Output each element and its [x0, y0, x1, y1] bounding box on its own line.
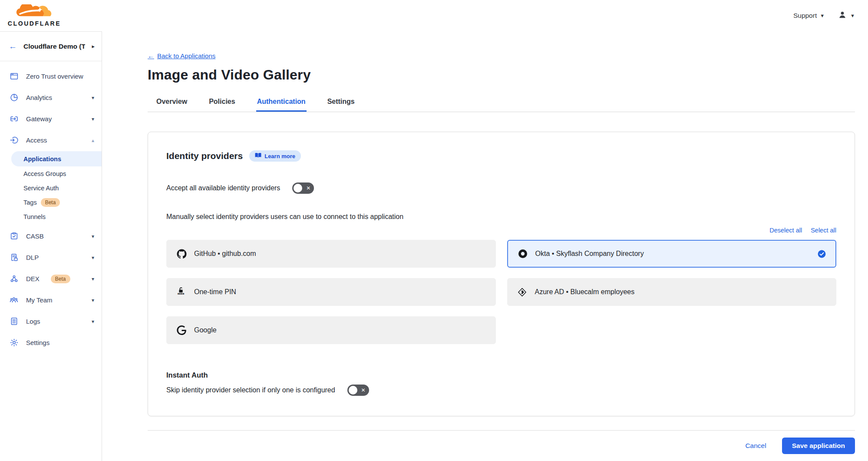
- provider-name: Azure AD • Bluecalm employees: [535, 288, 635, 296]
- identity-providers-heading: Identity providers: [166, 151, 243, 161]
- chevron-down-icon: ▾: [92, 95, 94, 101]
- chevron-down-icon: ▾: [92, 116, 94, 122]
- sidebar-item-label: CASB: [26, 232, 44, 240]
- chevron-right-icon[interactable]: ▸: [92, 43, 95, 50]
- one-time-pin-icon: ****: [176, 286, 187, 298]
- provider-card-github[interactable]: GitHub • github.com: [166, 240, 496, 268]
- instant-auth-label: Skip identity provider selection if only…: [166, 386, 335, 394]
- sidebar-item-dex[interactable]: DEX Beta ▾: [0, 268, 102, 289]
- sidebar-item-dlp[interactable]: DLP ▾: [0, 247, 102, 268]
- sidebar-item-label: Access Groups: [23, 170, 66, 177]
- back-link-label: Back to Applications: [157, 52, 215, 60]
- accept-all-toggle[interactable]: ✕: [292, 182, 314, 194]
- user-icon: [838, 10, 847, 21]
- provider-card-okta[interactable]: Okta • Skyflash Company Directory: [507, 240, 837, 268]
- sidebar-nav: Zero Trust overview Analytics ▾ Gateway …: [0, 61, 102, 353]
- cloudflare-logo[interactable]: CLOUDFLARE: [6, 4, 63, 27]
- team-people-icon: [9, 295, 19, 305]
- analytics-pie-icon: [9, 93, 19, 103]
- top-bar: CLOUDFLARE Support ▼ ▼: [0, 0, 868, 31]
- chevron-down-icon: ▾: [92, 318, 94, 325]
- sidebar-item-label: DEX: [26, 275, 40, 282]
- sidebar-item-label: Zero Trust overview: [26, 73, 83, 80]
- selected-check-icon: [818, 250, 826, 258]
- toggle-knob: [349, 386, 357, 395]
- tab-bar: Overview Policies Authentication Setting…: [148, 98, 855, 112]
- cloudflare-wordmark: CLOUDFLARE: [8, 20, 61, 27]
- sidebar-item-label: Logs: [26, 318, 40, 325]
- chevron-down-icon: ▾: [92, 276, 94, 282]
- deselect-all-link[interactable]: Deselect all: [769, 227, 802, 234]
- beta-badge: Beta: [41, 198, 60, 207]
- sidebar-item-logs[interactable]: Logs ▾: [0, 311, 102, 332]
- provider-name: Google: [194, 326, 217, 334]
- support-menu[interactable]: Support ▼: [793, 12, 825, 20]
- logs-document-icon: [9, 317, 19, 326]
- github-icon: [176, 248, 187, 259]
- tab-settings[interactable]: Settings: [327, 98, 356, 112]
- toggle-off-x-icon: ✕: [306, 186, 310, 191]
- identity-providers-card: Identity providers Learn more Accept all…: [148, 132, 855, 416]
- form-action-bar: Cancel Save application: [148, 430, 855, 461]
- cancel-button[interactable]: Cancel: [745, 442, 766, 450]
- provider-card-google[interactable]: Google: [166, 316, 496, 344]
- dlp-document-lock-icon: [9, 253, 19, 262]
- sidebar-item-label: Access: [26, 136, 47, 144]
- sidebar-item-access-groups[interactable]: Access Groups: [0, 166, 102, 181]
- provider-name: One-time PIN: [194, 288, 236, 296]
- sidebar-item-label: Gateway: [26, 115, 52, 123]
- sidebar-item-my-team[interactable]: My Team ▾: [0, 289, 102, 311]
- account-menu[interactable]: ▼: [838, 10, 855, 21]
- chevron-down-icon: ▼: [820, 13, 825, 18]
- sidebar-item-tags[interactable]: Tags Beta: [0, 195, 102, 209]
- access-sub-menu: Applications Access Groups Service Auth …: [0, 151, 102, 224]
- sidebar-item-gateway[interactable]: Gateway ▾: [0, 108, 102, 129]
- sidebar-item-label: Settings: [26, 339, 50, 346]
- chevron-down-icon: ▾: [92, 233, 94, 239]
- svg-text:****: ****: [178, 292, 185, 297]
- back-arrow-icon[interactable]: ←: [9, 42, 17, 50]
- save-application-button[interactable]: Save application: [782, 438, 855, 454]
- sidebar: ← Cloudflare Demo (T... ▸ Zero Trust ove…: [0, 31, 102, 461]
- sidebar-item-label: Applications: [23, 156, 61, 163]
- sidebar-item-analytics[interactable]: Analytics ▾: [0, 87, 102, 108]
- learn-more-badge[interactable]: Learn more: [249, 150, 301, 162]
- sidebar-item-casb[interactable]: CASB ▾: [0, 226, 102, 247]
- back-to-applications-link[interactable]: ← Back to Applications: [148, 52, 215, 60]
- back-arrow-icon: ←: [148, 52, 154, 60]
- account-name[interactable]: Cloudflare Demo (T...: [23, 43, 85, 50]
- accept-all-label: Accept all available identity providers: [166, 184, 280, 192]
- sidebar-item-zero-trust-overview[interactable]: Zero Trust overview: [0, 66, 102, 87]
- select-all-link[interactable]: Select all: [811, 227, 836, 234]
- sidebar-item-settings[interactable]: Settings: [0, 332, 102, 353]
- sidebar-item-label: Tunnels: [23, 213, 46, 220]
- sidebar-item-label: Tags: [23, 199, 37, 206]
- tab-overview[interactable]: Overview: [155, 98, 188, 112]
- support-label: Support: [793, 12, 817, 20]
- tab-authentication[interactable]: Authentication: [256, 98, 307, 112]
- casb-icon: [9, 232, 19, 241]
- chevron-down-icon: ▾: [92, 297, 94, 303]
- sidebar-item-access[interactable]: Access ▴: [0, 129, 102, 151]
- main-content: ← Back to Applications Image and Video G…: [102, 31, 868, 461]
- sidebar-item-tunnels[interactable]: Tunnels: [0, 209, 102, 224]
- instant-auth-heading: Instant Auth: [166, 371, 836, 379]
- sidebar-item-service-auth[interactable]: Service Auth: [0, 181, 102, 195]
- gear-icon: [9, 338, 19, 348]
- window-icon: [9, 72, 19, 81]
- instant-auth-toggle[interactable]: ✕: [347, 385, 369, 396]
- gateway-icon: [9, 114, 19, 124]
- sidebar-item-applications[interactable]: Applications: [11, 151, 102, 166]
- tab-policies[interactable]: Policies: [208, 98, 236, 112]
- chevron-up-icon: ▴: [92, 137, 94, 143]
- manual-select-text: Manually select identity providers users…: [166, 213, 836, 221]
- sidebar-item-label: DLP: [26, 254, 39, 261]
- book-icon: [255, 153, 261, 159]
- toggle-knob: [294, 184, 302, 192]
- chevron-down-icon: ▼: [850, 13, 855, 18]
- provider-card-azure-ad[interactable]: Azure AD • Bluecalm employees: [507, 278, 837, 306]
- okta-icon: [518, 248, 528, 259]
- provider-card-one-time-pin[interactable]: **** One-time PIN: [166, 278, 496, 306]
- page-title: Image and Video Gallery: [148, 67, 855, 83]
- cloudflare-cloud-icon: [14, 4, 54, 20]
